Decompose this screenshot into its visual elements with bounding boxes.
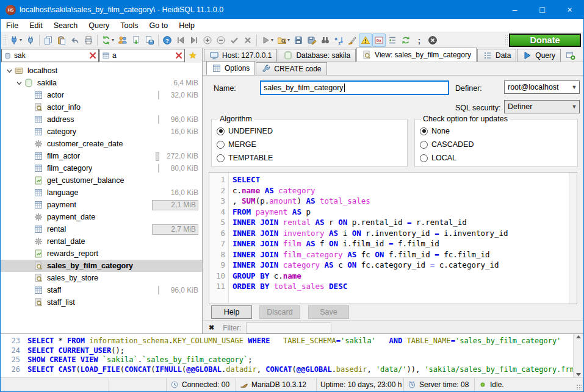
scroll-up-icon[interactable] — [576, 335, 581, 338]
radio-algorithm-merge[interactable]: MERGE — [217, 138, 402, 151]
menu-item-query[interactable]: Query — [83, 19, 115, 32]
tree-item-localhost[interactable]: localhost — [1, 65, 202, 77]
tree-item-film-category[interactable]: film_category80,0 KiB — [1, 162, 202, 174]
tree-item-payment-date[interactable]: payment_date — [1, 211, 202, 223]
last-record-button[interactable] — [187, 34, 201, 47]
close-button[interactable]: × — [556, 1, 583, 19]
tree-item-rental-date[interactable]: rental_date — [1, 235, 202, 248]
delimiter-button[interactable]: ; — [413, 34, 426, 47]
radio-algorithm-temptable[interactable]: TEMPTABLE — [217, 151, 402, 165]
save-sql-as-button[interactable] — [305, 34, 319, 47]
find-text-button[interactable] — [319, 34, 332, 47]
maximize-button[interactable]: □ — [528, 1, 556, 19]
tree-item-sales-by-film-category[interactable]: sales_by_film_category — [1, 260, 202, 272]
stop-on-errors-button[interactable] — [359, 34, 372, 47]
editor-code-area[interactable]: SELECTc.name AS category, SUM(p.amount) … — [229, 173, 569, 304]
toolbar-grip[interactable] — [3, 35, 6, 46]
indent-button[interactable] — [386, 34, 399, 47]
sort-az-button[interactable]: az — [332, 34, 345, 47]
close-filter-icon[interactable]: ✖ — [209, 324, 214, 332]
sql-log-panel[interactable]: 23242526 SELECT * FROM information_schem… — [1, 333, 583, 377]
undo-button[interactable] — [68, 34, 82, 47]
tree-item-film-actor[interactable]: film_actor272,0 KiB — [1, 150, 202, 162]
help-button[interactable]: Help — [211, 305, 252, 319]
bind-parameters-button[interactable] — [399, 34, 413, 47]
menu-item-go-to[interactable]: Go to — [144, 19, 174, 32]
radio-check-option-local[interactable]: LOCAL — [420, 151, 572, 165]
print-button[interactable] — [82, 34, 95, 47]
paste-button[interactable] — [55, 34, 68, 47]
menu-item-search[interactable]: Search — [48, 19, 84, 32]
cancel-editing-button[interactable] — [241, 34, 254, 47]
view-name-input[interactable]: sales_by_film_category — [260, 80, 449, 95]
favorites-star-icon[interactable]: ★ — [185, 48, 201, 63]
tab-view[interactable]: View: sales_by_film_category — [356, 48, 477, 62]
delete-record-button[interactable] — [214, 34, 228, 47]
tab-create-code[interactable]: CREATE code — [256, 62, 326, 75]
tree-item-category[interactable]: category16,0 KiB — [1, 126, 202, 138]
radio-check-option-cascaded[interactable]: CASCADED — [420, 138, 572, 151]
radio-algorithm-undefined[interactable]: UNDEFINED — [217, 124, 402, 138]
donate-button[interactable]: Donate — [509, 34, 581, 47]
log-scrollbar[interactable] — [573, 334, 583, 377]
tab-options[interactable]: Options — [206, 61, 255, 75]
post-changes-button[interactable] — [228, 34, 241, 47]
table-filter-input[interactable]: a — [99, 49, 185, 62]
chevron-down-icon[interactable] — [14, 80, 24, 87]
tree-item-payment[interactable]: payment2,1 MiB — [1, 199, 202, 211]
tree-item-address[interactable]: address96,0 KiB — [1, 113, 202, 126]
user-manager-button[interactable] — [116, 34, 129, 47]
definer-combobox[interactable]: root@localhost ▼ — [504, 80, 580, 94]
session-manager-button[interactable]: ▾ — [7, 34, 24, 47]
tab-database[interactable]: Database: sakila — [278, 49, 356, 62]
menu-item-edit[interactable]: Edit — [24, 19, 48, 32]
tree-item-rental[interactable]: rental2,7 MiB — [1, 223, 202, 235]
execute-sql-button[interactable]: ▾ — [259, 34, 275, 47]
new-query-tab-button[interactable] — [561, 49, 580, 62]
load-sql-file-button[interactable]: ▾ — [275, 34, 292, 47]
discard-button[interactable]: Discard — [259, 305, 300, 319]
copy-button[interactable] — [41, 34, 55, 47]
database-filter-input[interactable]: sak — [1, 49, 99, 62]
radio-check-option-none[interactable]: None — [420, 124, 572, 138]
insert-record-button[interactable] — [201, 34, 214, 47]
help-button[interactable]: ? — [160, 34, 174, 47]
menu-item-file[interactable]: File — [1, 19, 24, 32]
first-record-button[interactable] — [174, 34, 187, 47]
log-code-area[interactable]: SELECT * FROM information_schema.KEY_COL… — [24, 334, 573, 377]
reformat-sql-button[interactable] — [345, 34, 359, 47]
filter-input[interactable] — [246, 323, 331, 333]
kill-query-button[interactable] — [426, 34, 439, 47]
disconnect-button[interactable] — [24, 34, 37, 47]
tree-item-actor[interactable]: actor32,0 KiB — [1, 89, 202, 101]
tab-host[interactable]: Host: 127.0.0.1 — [204, 49, 277, 62]
view-binary-as-hex-button[interactable]: 0x — [372, 34, 386, 47]
chevron-down-icon[interactable] — [4, 68, 14, 74]
sql-security-dropdown[interactable]: Definer ▼ — [504, 100, 580, 113]
save-sql-button[interactable] — [292, 34, 305, 47]
save-snippet-button[interactable] — [143, 34, 156, 47]
clear-table-filter-icon[interactable] — [175, 51, 183, 60]
export-database-button[interactable] — [129, 34, 143, 47]
tree-item-actor-info[interactable]: actor_info — [1, 101, 202, 113]
tree-item-staff[interactable]: staff96,0 KiB — [1, 284, 202, 296]
tab-data[interactable]: Data — [477, 49, 516, 62]
tree-item-sakila[interactable]: sakila6,4 MiB — [1, 77, 202, 89]
editor-scrollbar[interactable] — [569, 173, 577, 304]
tab-query[interactable]: Query — [517, 49, 561, 62]
tree-item-language[interactable]: language16,0 KiB — [1, 187, 202, 199]
toolbar-grip[interactable] — [505, 35, 508, 46]
menu-item-tools[interactable]: Tools — [115, 19, 143, 32]
tree-item-rewards-report[interactable]: rewards_report — [1, 248, 202, 260]
tree-item-get-customer-balance[interactable]: get_customer_balance — [1, 174, 202, 187]
tree-item-customer-create-date[interactable]: customer_create_date — [1, 138, 202, 150]
menu-item-help[interactable]: Help — [173, 19, 200, 32]
tree-item-sales-by-store[interactable]: sales_by_store — [1, 272, 202, 284]
tree-item-staff-list[interactable]: staff_list — [1, 296, 202, 308]
refresh-button[interactable]: ▾ — [99, 34, 116, 47]
minimize-button[interactable]: – — [501, 1, 528, 19]
sql-source-editor[interactable]: 1234567891011 SELECTc.name AS category, … — [209, 172, 577, 304]
resize-grip[interactable] — [576, 384, 582, 390]
clear-database-filter-icon[interactable] — [88, 51, 97, 60]
scroll-down-icon[interactable] — [576, 373, 581, 376]
